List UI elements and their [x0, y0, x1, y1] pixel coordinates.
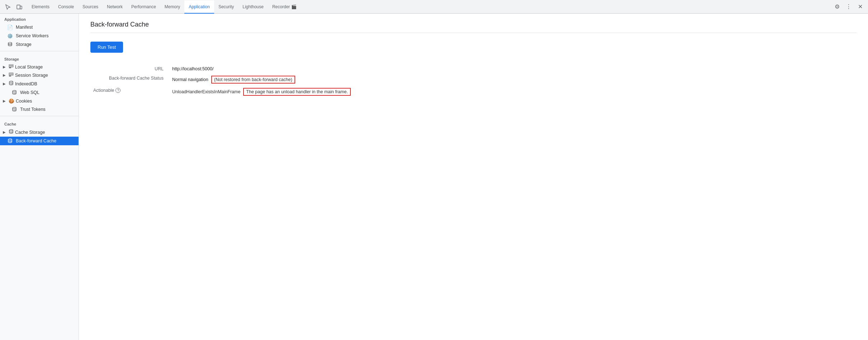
bfc-status-row: Back-forward Cache Status Normal navigat… — [90, 74, 857, 86]
actionable-row-content: UnloadHandlerExistsInMainFrame The page … — [172, 88, 854, 96]
indexeddb-icon — [9, 81, 14, 87]
content-divider — [90, 33, 857, 33]
divider-1 — [0, 51, 79, 51]
chevron-cookies: ▶ — [3, 99, 7, 103]
storage-icon — [7, 42, 13, 47]
actionable-code: UnloadHandlerExistsInMainFrame — [172, 89, 240, 94]
sidebar-item-service-workers[interactable]: ⚙️ Service Workers — [0, 32, 79, 40]
bfc-status-label: Back-forward Cache Status — [90, 74, 169, 86]
actionable-label-cell: Actionable ? — [90, 86, 169, 98]
local-storage-icon — [9, 64, 14, 70]
actionable-value-cell: UnloadHandlerExistsInMainFrame The page … — [169, 86, 857, 98]
tab-lighthouse[interactable]: Lighthouse — [238, 0, 268, 14]
toolbar-right: ⚙ ⋮ ✕ — [832, 2, 865, 12]
sidebar-item-web-sql[interactable]: Web SQL — [0, 88, 79, 97]
svg-rect-7 — [9, 74, 13, 75]
svg-rect-4 — [9, 66, 13, 67]
actionable-desc: The page has an unload handler in the ma… — [243, 88, 351, 96]
svg-point-11 — [13, 107, 16, 109]
actionable-row-tr: Actionable ? UnloadHandlerExistsInMainFr… — [90, 86, 857, 98]
sidebar-item-trust-tokens[interactable]: Trust Tokens — [0, 105, 79, 114]
svg-point-13 — [8, 139, 12, 140]
tab-security[interactable]: Security — [214, 0, 238, 14]
cookies-icon: 🍪 — [9, 98, 14, 104]
svg-point-2 — [8, 42, 12, 44]
trust-tokens-icon — [11, 107, 17, 112]
tab-memory[interactable]: Memory — [160, 0, 184, 14]
sidebar-item-cookies[interactable]: ▶ 🍪 Cookies — [0, 97, 79, 105]
more-icon[interactable]: ⋮ — [844, 2, 854, 12]
svg-point-10 — [13, 90, 16, 92]
url-value: http://localhost:5000/ — [169, 64, 857, 74]
tab-recorder[interactable]: Recorder 🎬 — [268, 0, 301, 14]
url-row: URL http://localhost:5000/ — [90, 64, 857, 74]
close-icon[interactable]: ✕ — [855, 2, 865, 12]
sidebar-item-cache-storage[interactable]: ▶ Cache Storage — [0, 128, 79, 137]
chevron-indexeddb: ▶ — [3, 82, 7, 86]
chevron-cache-storage: ▶ — [3, 130, 7, 134]
cache-section-label: Cache — [0, 118, 79, 128]
svg-rect-3 — [9, 65, 13, 66]
chevron-local-storage: ▶ — [3, 65, 7, 69]
toolbar-left — [3, 2, 24, 12]
divider-2 — [0, 116, 79, 116]
tab-network[interactable]: Network — [103, 0, 127, 14]
cursor-icon[interactable] — [3, 2, 13, 12]
svg-rect-5 — [9, 67, 11, 68]
svg-rect-8 — [9, 76, 11, 76]
application-section-label: Application — [0, 14, 79, 23]
sidebar-item-session-storage[interactable]: ▶ Session Storage — [0, 71, 79, 79]
url-label: URL — [90, 64, 169, 74]
content-panel: Back-forward Cache Run Test URL http://l… — [79, 14, 868, 340]
sidebar-item-back-forward-cache[interactable]: Back-forward Cache — [0, 137, 79, 145]
settings-icon[interactable]: ⚙ — [832, 2, 842, 12]
chevron-session-storage: ▶ — [3, 73, 7, 77]
svg-rect-1 — [20, 6, 22, 9]
actionable-label-group: Actionable ? — [93, 88, 164, 93]
bfc-status-detail: (Not restored from back-forward cache) — [211, 76, 295, 84]
page-title: Back-forward Cache — [90, 21, 857, 28]
tab-performance[interactable]: Performance — [127, 0, 160, 14]
tab-application[interactable]: Application — [184, 0, 214, 14]
svg-rect-6 — [9, 73, 13, 74]
web-sql-icon — [11, 90, 17, 95]
service-workers-icon: ⚙️ — [7, 33, 13, 39]
info-table: URL http://localhost:5000/ Back-forward … — [90, 64, 857, 98]
storage-section-label: Storage — [0, 53, 79, 63]
tab-elements[interactable]: Elements — [27, 0, 54, 14]
sidebar-item-local-storage[interactable]: ▶ Local Storage — [0, 63, 79, 71]
cache-storage-icon — [9, 129, 14, 135]
run-test-button[interactable]: Run Test — [90, 42, 123, 53]
svg-point-12 — [9, 129, 13, 131]
sidebar-item-indexeddb[interactable]: ▶ IndexedDB — [0, 79, 79, 88]
tab-console[interactable]: Console — [54, 0, 78, 14]
sidebar-item-manifest[interactable]: 📄 Manifest — [0, 23, 79, 32]
device-toggle-icon[interactable] — [14, 2, 24, 12]
svg-point-9 — [9, 81, 13, 82]
tab-sources[interactable]: Sources — [78, 0, 103, 14]
bfc-status-value: Normal navigation (Not restored from bac… — [169, 74, 857, 86]
svg-rect-0 — [17, 5, 20, 9]
main-tabs: Elements Console Sources Network Perform… — [27, 0, 832, 13]
main-area: Application 📄 Manifest ⚙️ Service Worker… — [0, 14, 868, 340]
back-forward-cache-icon — [7, 138, 13, 144]
help-icon[interactable]: ? — [115, 88, 121, 93]
tab-bar: Elements Console Sources Network Perform… — [0, 0, 868, 14]
sidebar: Application 📄 Manifest ⚙️ Service Worker… — [0, 14, 79, 340]
session-storage-icon — [9, 72, 14, 78]
manifest-icon: 📄 — [7, 24, 13, 30]
status-row: Normal navigation (Not restored from bac… — [172, 76, 854, 84]
sidebar-item-storage[interactable]: Storage — [0, 40, 79, 49]
